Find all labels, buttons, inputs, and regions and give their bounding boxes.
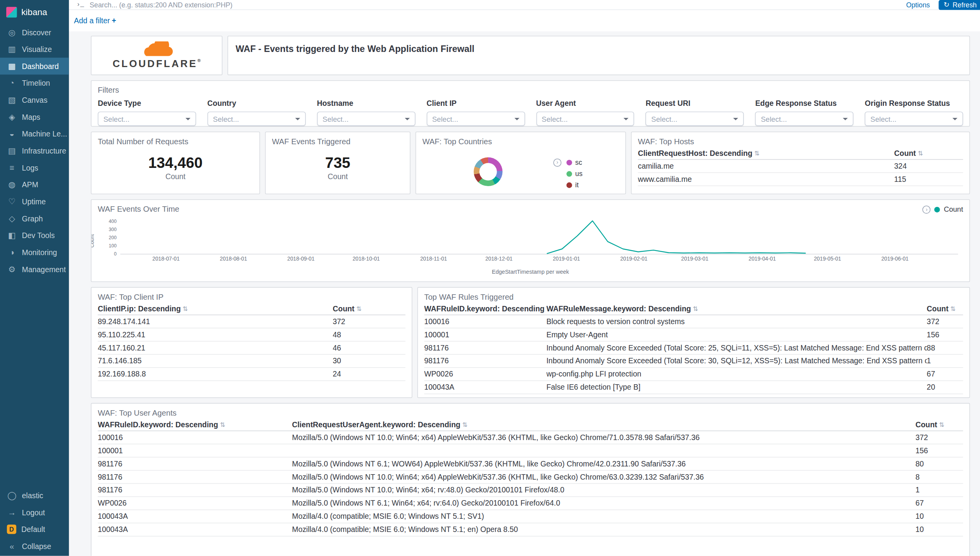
sidebar-item-infrastructure[interactable]: ▤Infrastructure: [0, 142, 69, 159]
legend-color-dot: [566, 193, 572, 194]
legend-item-us[interactable]: us: [566, 170, 582, 177]
sidebar-item-dashboard[interactable]: ▦Dashboard: [0, 58, 69, 75]
kibana-logo-label: kibana: [21, 7, 47, 17]
sidebar-item-visualize[interactable]: ▥Visualize: [0, 41, 69, 58]
select-placeholder: Select...: [761, 115, 787, 123]
dashboard-title-panel: WAF - Events triggered by the Web Applic…: [228, 36, 970, 75]
sidebar-item-logs[interactable]: ≡Logs: [0, 159, 69, 176]
filter-select-user-agent[interactable]: Select...: [536, 112, 635, 126]
filter-label-client-ip: Client IP: [426, 99, 525, 108]
table-cell: 156: [916, 446, 963, 455]
machine-learning-icon: ◒: [7, 129, 17, 138]
dev-tools-icon: ◧: [7, 231, 17, 240]
column-header-label: WAFRuleID.keyword: Descending: [98, 420, 218, 429]
add-filter-label: Add a filter: [74, 16, 110, 25]
sidebar-item-management[interactable]: ⚙Management: [0, 261, 69, 278]
legend-item-it[interactable]: it: [566, 181, 582, 188]
filter-select-origin-response-status[interactable]: Select...: [865, 112, 963, 126]
column-header[interactable]: Count⇅: [927, 304, 963, 313]
sidebar-item-dev-tools[interactable]: ◧Dev Tools: [0, 227, 69, 244]
filter-label-request-uri: Request URI: [645, 99, 744, 108]
sidebar-item-label: Uptime: [22, 197, 46, 206]
sidebar-item-logout[interactable]: →Logout: [0, 504, 69, 521]
table-cell: Inbound Anomaly Score Exceeded (Total Sc…: [546, 344, 927, 352]
space-default-icon: D: [7, 525, 16, 534]
table-cell: 324: [894, 162, 963, 171]
table-row: 45.117.160.2146: [98, 342, 405, 355]
table-cell: Mozilla/5.0 (Windows NT 6.1; WOW64) Appl…: [292, 459, 915, 468]
select-placeholder: Select...: [651, 115, 677, 123]
table-cell: 8: [916, 473, 963, 482]
sidebar-item-maps[interactable]: ◈Maps: [0, 109, 69, 126]
add-filter-link[interactable]: Add a filter+: [74, 16, 116, 25]
sidebar-nav: ◎Discover▥Visualize▦Dashboard◔Timelion▧C…: [0, 24, 69, 278]
refresh-button[interactable]: ↻ Refresh: [939, 0, 980, 10]
sidebar-footer: ◯elastic→LogoutDDefault«Collapse: [0, 487, 69, 555]
panel-title: WAF Events Triggered: [272, 137, 404, 146]
column-header[interactable]: ClientRequestHost: Descending⇅: [638, 149, 894, 158]
column-header[interactable]: ClientIP.ip: Descending⇅: [98, 304, 333, 313]
table-cell: 981176: [98, 473, 292, 482]
table-cell: 80: [916, 459, 963, 468]
dashboard-title: WAF - Events triggered by the Web Applic…: [236, 44, 962, 54]
table-cell: Mozilla/4.0 (compatible; MSIE 6.0; Windo…: [292, 525, 915, 534]
countries-donut-chart[interactable]: [474, 157, 502, 186]
filter-select-hostname[interactable]: Select...: [317, 112, 415, 126]
sidebar-item-user-elastic[interactable]: ◯elastic: [0, 487, 69, 504]
sidebar-item-collapse[interactable]: «Collapse: [0, 538, 69, 555]
table-cell: camilia.me: [638, 162, 894, 171]
kibana-logo[interactable]: kibana: [0, 0, 69, 24]
column-header[interactable]: Count⇅: [333, 304, 405, 313]
column-header[interactable]: ClientRequestUserAgent.keyword: Descendi…: [292, 420, 915, 429]
column-header[interactable]: Count⇅: [916, 420, 963, 429]
sidebar-item-machine-learning[interactable]: ◒Machine Le...: [0, 125, 69, 142]
graph-icon: ◇: [7, 214, 17, 223]
sidebar-item-graph[interactable]: ◇Graph: [0, 210, 69, 227]
legend-expand-icon[interactable]: ›: [553, 159, 561, 167]
legend-item-count[interactable]: Count: [944, 205, 963, 213]
filter-select-edge-response-status[interactable]: Select...: [755, 112, 854, 126]
table-header-row: ClientIP.ip: Descending⇅Count⇅: [98, 303, 405, 315]
events-over-time-plot[interactable]: [98, 215, 963, 275]
legend-item-vn[interactable]: vn: [566, 192, 582, 194]
table-cell: 100016: [424, 317, 546, 326]
column-header[interactable]: WAFRuleID.keyword: Descending⇅: [424, 304, 546, 313]
column-header[interactable]: WAFRuleMessage.keyword: Descending⇅: [546, 304, 927, 313]
options-link[interactable]: Options: [906, 1, 930, 8]
sidebar-item-label: APM: [22, 180, 38, 189]
top-hosts-panel: WAF: Top Hosts ClientRequestHost: Descen…: [631, 131, 970, 194]
filter-select-request-uri[interactable]: Select...: [645, 112, 744, 126]
table-cell: 67: [927, 370, 963, 379]
legend-expand-icon[interactable]: ›: [923, 205, 931, 213]
column-header[interactable]: Count⇅: [894, 149, 963, 158]
search-input[interactable]: [90, 0, 900, 9]
column-header[interactable]: WAFRuleID.keyword: Descending⇅: [98, 420, 292, 429]
filter-select-country[interactable]: Select...: [207, 112, 306, 126]
infrastructure-icon: ▤: [7, 146, 17, 155]
legend-item-sc[interactable]: sc: [566, 159, 582, 166]
filter-field-client-ip: Client IPSelect...: [426, 99, 525, 126]
sidebar-item-label: Visualize: [22, 45, 52, 54]
sidebar-item-apm[interactable]: ◍APM: [0, 176, 69, 193]
sidebar-item-label: Discover: [22, 28, 51, 37]
select-placeholder: Select...: [323, 115, 349, 123]
header-row: CLOUDFLARE® WAF - Events triggered by th…: [91, 36, 970, 75]
sidebar-item-uptime[interactable]: ♡Uptime: [0, 193, 69, 210]
sidebar-item-discover[interactable]: ◎Discover: [0, 24, 69, 41]
discover-icon: ◎: [7, 28, 17, 37]
filters-panel-title: Filters: [98, 86, 963, 95]
canvas-icon: ▧: [7, 95, 17, 105]
sidebar-item-monitoring[interactable]: ◑Monitoring: [0, 244, 69, 261]
filter-select-device-type[interactable]: Select...: [98, 112, 196, 126]
collapse-icon: «: [7, 542, 17, 551]
table-cell: 981176: [98, 486, 292, 495]
sidebar-item-space-default[interactable]: DDefault: [0, 521, 69, 538]
table-cell: 115: [894, 175, 963, 184]
sidebar-item-canvas[interactable]: ▧Canvas: [0, 92, 69, 109]
filter-select-client-ip[interactable]: Select...: [426, 112, 525, 126]
table-cell: Empty User-Agent: [546, 330, 927, 339]
table-row: WP0026Mozilla/5.0 (Windows NT 6.1; Win64…: [98, 497, 963, 510]
search-prompt-icon: ›_: [76, 1, 84, 8]
sidebar-item-timelion[interactable]: ◔Timelion: [0, 74, 69, 92]
filter-label-device-type: Device Type: [98, 99, 196, 108]
